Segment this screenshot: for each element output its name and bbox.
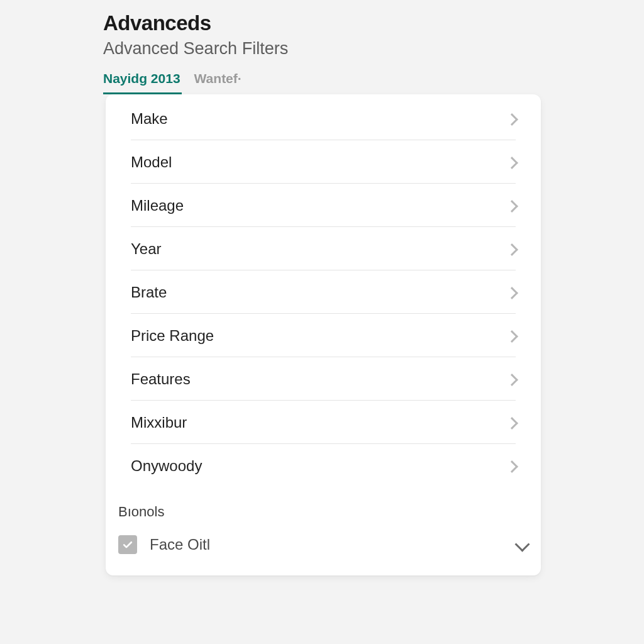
chevron-right-icon <box>509 157 516 168</box>
filter-year-label: Year <box>131 240 162 258</box>
chevron-right-icon <box>509 374 516 385</box>
tab-nayidg-2013[interactable]: Nayidg 2013 <box>103 69 182 94</box>
chevron-down-icon <box>514 540 528 549</box>
filter-make[interactable]: Make <box>106 97 541 140</box>
filters-card: Make Model Mileage Year Brate Price Rang… <box>106 94 541 575</box>
filter-mixxibur-label: Mixxibur <box>131 414 187 431</box>
filter-price-range[interactable]: Price Range <box>106 314 541 357</box>
filter-make-label: Make <box>131 110 168 128</box>
section-bionols-label: Bıonols <box>106 487 541 525</box>
filter-onywoody[interactable]: Onywoody <box>106 444 541 487</box>
checkbox-face-oitl[interactable] <box>118 535 137 554</box>
check-icon <box>121 538 134 551</box>
filter-onywoody-label: Onywoody <box>131 457 202 475</box>
filter-brate-label: Brate <box>131 284 167 301</box>
filter-model[interactable]: Model <box>106 140 541 184</box>
filter-mixxibur[interactable]: Mixxibur <box>106 401 541 444</box>
filter-mileage-label: Mileage <box>131 197 184 214</box>
option-face-oitl[interactable]: Face Oitl <box>106 525 541 564</box>
filter-year[interactable]: Year <box>106 227 541 270</box>
filter-mileage[interactable]: Mileage <box>106 184 541 227</box>
chevron-right-icon <box>509 200 516 211</box>
chevron-right-icon <box>509 287 516 298</box>
option-face-oitl-label: Face Oitl <box>150 536 210 553</box>
tab-bar: Nayidg 2013 Wantef· <box>103 69 543 94</box>
chevron-right-icon <box>509 417 516 428</box>
page-subtitle: Advanced Search Filters <box>103 39 543 58</box>
filter-price-range-label: Price Range <box>131 327 214 345</box>
filter-features[interactable]: Features <box>106 357 541 401</box>
chevron-right-icon <box>509 330 516 341</box>
filter-features-label: Features <box>131 370 191 388</box>
chevron-right-icon <box>509 113 516 125</box>
chevron-right-icon <box>509 460 516 472</box>
filter-model-label: Model <box>131 153 172 171</box>
filter-brate[interactable]: Brate <box>106 270 541 314</box>
page-title: Advanceds <box>103 11 543 35</box>
tab-wantef[interactable]: Wantef· <box>194 69 243 94</box>
chevron-right-icon <box>509 243 516 255</box>
